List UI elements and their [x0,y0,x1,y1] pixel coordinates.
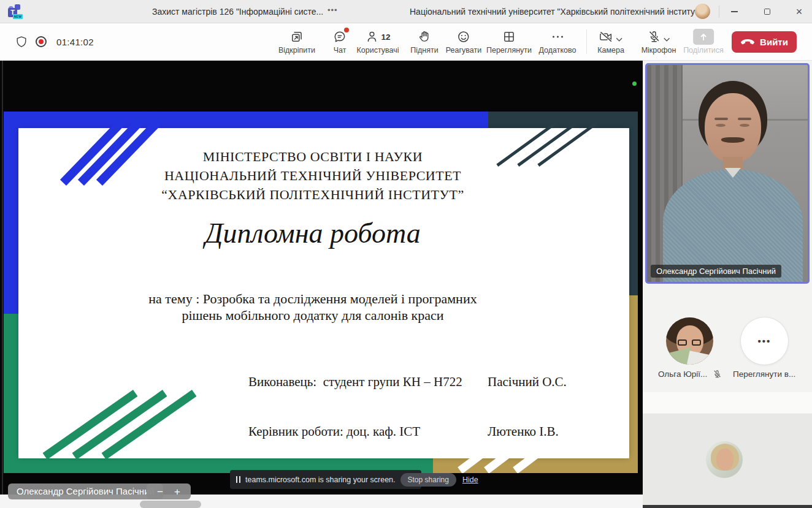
title-more-indicator: ••• [327,6,338,15]
titlebar-divider [719,6,719,18]
microphone-off-icon [647,30,661,44]
slide-ministry-line3: “ХАРКІВСЬКИЙ ПОЛІТЕХНІЧНИЙ ІНСТИТУТ” [18,185,607,204]
title-bar: TNEW Захист магістрів 126 "Інформаційні … [0,0,812,23]
minimize-button[interactable] [724,2,745,21]
screen-share-stage: МІНІСТЕРСТВО ОСВІТИ І НАУКИ НАЦІОНАЛЬНИЙ… [0,61,643,495]
hide-share-bar-link[interactable]: Hide [462,476,478,484]
slide-band-top-slate [488,112,638,128]
slide-executor-name: Пасічний О.С. [488,374,567,390]
slide-topic-line2: рішень мобільного додатку для салонів кр… [18,307,607,324]
speaker-video-tile[interactable]: Олександр Сергійович Пасічний [645,63,810,284]
react-button[interactable]: Реагувати [446,29,481,55]
close-icon: × [796,6,803,17]
camera-off-icon [599,30,614,44]
slide-strip-left-green [4,314,18,473]
chat-icon [333,29,347,45]
zoom-in-button[interactable]: + [174,487,180,497]
toolbar-divider [586,29,587,54]
microphone-chevron-icon[interactable] [663,37,670,42]
share-bar-text: teams.microsoft.com is sharing your scre… [245,476,396,484]
sharing-active-dot [632,82,637,86]
slide-title: Дипломна робота [18,217,607,249]
participants-count: 12 [381,32,390,42]
raise-hand-icon [418,29,431,45]
magnifier-control-remnant [140,501,201,508]
slide-names-block: Пасічний О.С. Лютенко І.В. [488,341,567,473]
meeting-timer: 01:41:02 [56,37,94,47]
close-button[interactable]: × [789,2,810,21]
speaker-name-label: Олександр Сергійович Пасічний [651,265,781,278]
slide-topic-line1: на тему : Розробка та дослідження моделе… [18,290,607,307]
shared-window-edge [2,61,3,495]
view-more-label: Переглянути в... [733,370,795,379]
microphone-button[interactable]: Мікрофон [642,29,676,55]
slide-executor-block: Виконавець: студент групи КН – Н722 Кері… [248,341,462,473]
teams-meeting-window: TNEW Захист магістрів 126 "Інформаційні … [0,0,812,508]
meeting-window-title: Захист магістрів 126 "Інформаційні систе… [152,7,323,17]
slide-ministry-line2: НАЦІОНАЛЬНИЙ ТЕХНІЧНИЙ УНІВЕРСИТЕТ [18,166,607,185]
user-avatar[interactable] [695,4,710,19]
more-participants-circle[interactable]: ••• [741,317,788,365]
participants-sidebar: Олександр Сергійович Пасічний ••• Ольга … [643,61,812,508]
minimize-icon [731,11,738,12]
slide-supervisor-label: Керівник роботи: доц. каф. ІСТ [248,423,462,440]
share-button: Поділитися [683,29,724,55]
hangup-phone-icon [740,39,755,46]
participant-photo-avatar [706,441,743,478]
stage-zoom-control: − + [147,483,191,499]
view-button[interactable]: Переглянути [486,29,532,55]
camera-off-participant-tile[interactable] [643,414,812,505]
slide-strip-right-gold [629,295,638,473]
security-shield-icon[interactable] [15,36,28,48]
presenter-name-pill: Олександр Сергійович Пасічний [8,483,163,499]
slide-strip-right-slate [629,112,638,295]
participants-icon [365,30,378,44]
maximize-button[interactable] [757,2,778,21]
slide-executor-label: Виконавець: студент групи КН – Н722 [248,374,462,390]
browser-share-bar: teams.microsoft.com is sharing your scre… [230,470,421,489]
camera-chevron-icon[interactable] [616,37,623,42]
camera-button[interactable]: Камера [597,29,624,55]
view-grid-icon [502,29,516,45]
slide-band-top-blue [4,112,499,128]
maximize-icon [764,9,770,15]
ellipsis-icon [550,29,565,45]
presentation-slide: МІНІСТЕРСТВО ОСВІТИ І НАУКИ НАЦІОНАЛЬНИЙ… [4,112,638,473]
participant-label-row: Ольга Юрії... [658,370,722,379]
share-arrow-icon [693,29,714,45]
participant-name-label: Ольга Юрії... [658,370,707,379]
recording-indicator-icon [36,36,47,47]
meeting-toolbar: 01:41:02 Відкріпити Чат 12 Користув [0,23,812,61]
participants-button[interactable]: 12 Користувачі [356,29,399,55]
leave-button[interactable]: Вийти [732,31,797,53]
zoom-out-button[interactable]: − [157,487,163,497]
slide-supervisor-name: Лютенко І.В. [488,423,567,440]
raise-hand-button[interactable]: Підняти [410,29,438,55]
unpin-button[interactable]: Відкріпити [278,29,315,55]
teams-app-icon: TNEW [8,4,24,20]
pause-icon [236,476,240,483]
react-smiley-icon [457,29,470,45]
unpin-icon [290,29,304,45]
organization-title: Національний технічний університет "Харк… [410,7,702,17]
more-actions-button[interactable]: Додатково [539,29,576,55]
chat-notification-dot [344,28,349,32]
chat-button[interactable]: Чат [333,29,347,55]
slide-ministry-line1: МІНІСТЕРСТВО ОСВІТИ І НАУКИ [18,147,607,166]
participant-avatar[interactable] [666,317,713,365]
muted-mic-icon [713,370,722,379]
glasses-icon [678,339,687,346]
slide-strip-left-blue [4,112,18,314]
window-bottom-edge [643,505,812,508]
stop-sharing-button[interactable]: Stop sharing [400,473,456,487]
